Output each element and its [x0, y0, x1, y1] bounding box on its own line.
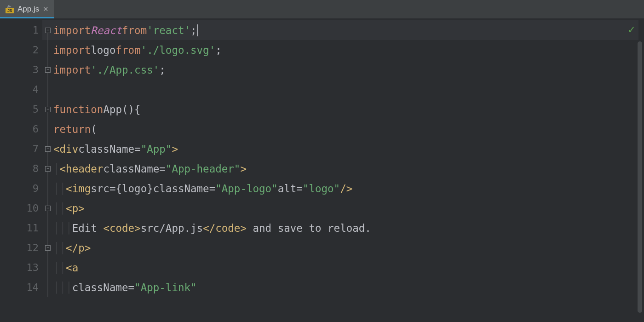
fold-toggle-icon[interactable]: −: [45, 146, 51, 152]
tab-bar: JS App.js ✕: [0, 0, 644, 18]
inspection-ok-icon[interactable]: ✓: [628, 23, 635, 36]
line-number[interactable]: 14: [0, 277, 42, 297]
code-line[interactable]: │ │ <img src={logo} className="App-logo"…: [53, 178, 371, 198]
code-line[interactable]: │ │ <p>: [53, 198, 371, 218]
line-number[interactable]: 12: [0, 238, 42, 258]
line-number[interactable]: 6: [0, 119, 42, 139]
line-number[interactable]: 13: [0, 258, 42, 277]
line-number[interactable]: 2: [0, 40, 42, 60]
line-number[interactable]: 11: [0, 218, 42, 238]
code-line[interactable]: │ <header className="App-header">: [53, 159, 371, 178]
line-number[interactable]: 5: [0, 99, 42, 119]
line-number-gutter: 1 2 3 4 5 6 7 8 9 10 11 12 13 14: [0, 18, 42, 322]
code-line[interactable]: function App() {: [53, 99, 371, 119]
line-number[interactable]: 7: [0, 139, 42, 159]
fold-toggle-icon[interactable]: −: [45, 166, 51, 172]
line-number[interactable]: 9: [0, 178, 42, 198]
close-icon[interactable]: ✕: [43, 5, 49, 13]
tab-filename: App.js: [17, 5, 39, 14]
fold-toggle-icon[interactable]: −: [45, 28, 51, 33]
code-area[interactable]: import React from 'react'; import logo f…: [53, 18, 371, 322]
js-file-icon: JS: [6, 5, 14, 13]
line-number[interactable]: 10: [0, 198, 42, 218]
vertical-scrollbar[interactable]: [638, 41, 642, 313]
code-editor[interactable]: 1 2 3 4 5 6 7 8 9 10 11 12 13 14 − − − −…: [0, 18, 644, 322]
code-line[interactable]: │ │ │ Edit <code>src/App.js</code> and s…: [53, 218, 371, 238]
line-number[interactable]: 4: [0, 80, 42, 99]
fold-toggle-icon[interactable]: −: [45, 245, 51, 251]
code-line[interactable]: │ │ <a: [53, 258, 371, 277]
code-line[interactable]: <div className="App">: [53, 139, 371, 159]
fold-toggle-icon[interactable]: −: [45, 67, 51, 73]
text-cursor: [197, 24, 198, 36]
code-line[interactable]: import './App.css';: [53, 60, 371, 80]
line-number[interactable]: 8: [0, 159, 42, 178]
code-line[interactable]: import logo from './logo.svg';: [53, 40, 371, 60]
code-line[interactable]: [53, 80, 371, 99]
code-line[interactable]: │ │ </p>: [53, 238, 371, 258]
code-line[interactable]: import React from 'react';: [53, 20, 371, 40]
file-tab[interactable]: JS App.js ✕: [0, 0, 54, 18]
code-line[interactable]: return (: [53, 119, 371, 139]
fold-toggle-icon[interactable]: −: [45, 206, 51, 211]
line-number[interactable]: 3: [0, 60, 42, 80]
line-number[interactable]: 1: [0, 20, 42, 40]
fold-gutter: − − − − − − −: [42, 18, 53, 322]
fold-toggle-icon[interactable]: −: [45, 107, 51, 112]
code-line[interactable]: │ │ │ className="App-link": [53, 277, 371, 297]
